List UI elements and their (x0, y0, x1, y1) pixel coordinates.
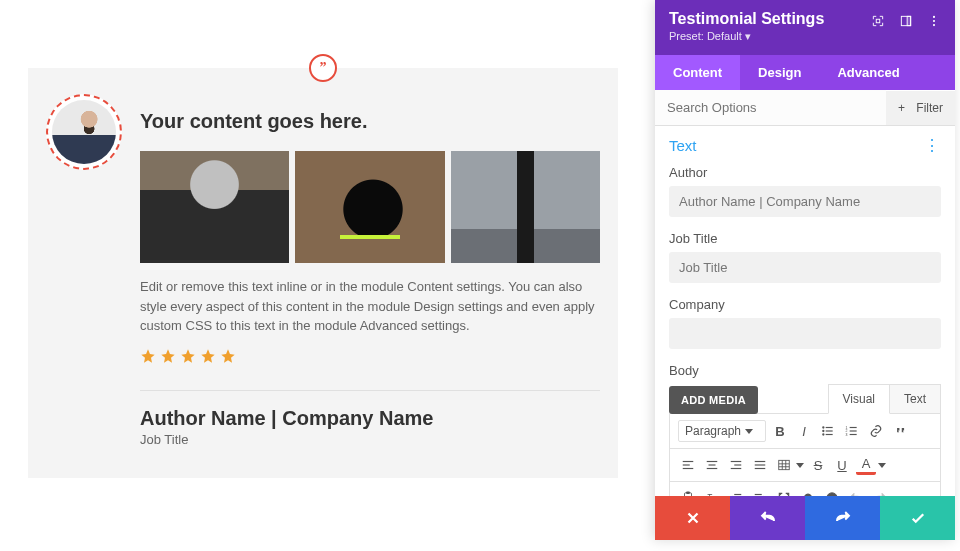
section-title[interactable]: Text (669, 137, 697, 154)
preset-dropdown[interactable]: Preset: Default ▾ (669, 30, 824, 43)
paste-button[interactable] (678, 488, 698, 496)
paragraph-select[interactable]: Paragraph (678, 420, 766, 442)
svg-rect-13 (850, 430, 857, 431)
align-center-button[interactable] (702, 455, 722, 475)
settings-panel: Testimonial Settings Preset: Default ▾ C… (655, 0, 955, 540)
job-title-text[interactable]: Job Title (140, 432, 600, 447)
blockquote-button[interactable] (890, 421, 910, 441)
svg-point-8 (822, 430, 824, 432)
gallery-image-1[interactable] (140, 151, 289, 263)
cancel-button[interactable] (655, 496, 730, 540)
redo-action-button[interactable] (805, 496, 880, 540)
svg-rect-30 (779, 460, 790, 469)
svg-rect-19 (683, 464, 690, 465)
svg-point-10 (822, 433, 824, 435)
svg-rect-25 (734, 464, 741, 465)
svg-rect-14 (850, 434, 857, 435)
table-dropdown-icon[interactable] (796, 463, 804, 468)
fullscreen-button[interactable] (774, 488, 794, 496)
tab-content[interactable]: Content (655, 55, 740, 90)
svg-rect-0 (876, 19, 880, 23)
panel-title: Testimonial Settings (669, 10, 824, 28)
svg-rect-26 (731, 468, 742, 469)
emoji-button[interactable] (822, 488, 842, 496)
editor-tab-text[interactable]: Text (890, 384, 941, 414)
undo-button[interactable] (846, 488, 866, 496)
table-button[interactable] (774, 455, 794, 475)
svg-text:3: 3 (846, 433, 848, 437)
svg-rect-29 (755, 468, 766, 469)
confirm-button[interactable] (880, 496, 955, 540)
redo-button[interactable] (870, 488, 890, 496)
testimonial-preview: ” Your content goes here. Edit or remove… (28, 68, 618, 478)
filter-button[interactable]: + Filter (886, 91, 955, 125)
editor-tab-visual[interactable]: Visual (828, 384, 890, 414)
svg-rect-24 (731, 461, 742, 462)
svg-point-3 (933, 16, 935, 18)
add-media-button[interactable]: ADD MEDIA (669, 386, 758, 414)
outdent-button[interactable] (726, 488, 746, 496)
svg-rect-11 (826, 434, 833, 435)
author-avatar[interactable] (46, 94, 122, 170)
svg-rect-42 (755, 494, 762, 495)
rich-text-editor: Paragraph B I 123 S U (669, 413, 941, 496)
svg-point-5 (933, 24, 935, 26)
job-input[interactable] (669, 252, 941, 283)
image-gallery (140, 151, 600, 263)
star-rating (140, 348, 600, 364)
avatar-image (52, 100, 116, 164)
search-input[interactable] (655, 90, 886, 125)
author-input[interactable] (669, 186, 941, 217)
link-button[interactable] (866, 421, 886, 441)
snap-icon[interactable] (899, 14, 913, 28)
section-more-icon[interactable]: ⋮ (924, 136, 941, 155)
text-color-dropdown-icon[interactable] (878, 463, 886, 468)
underline-button[interactable]: U (832, 455, 852, 475)
svg-rect-20 (683, 468, 694, 469)
bullet-list-button[interactable] (818, 421, 838, 441)
testimonial-description[interactable]: Edit or remove this text inline or in th… (140, 277, 600, 336)
tab-advanced[interactable]: Advanced (819, 55, 917, 90)
gallery-image-2[interactable] (295, 151, 444, 263)
svg-rect-7 (826, 427, 833, 428)
tab-design[interactable]: Design (740, 55, 819, 90)
number-list-button[interactable]: 123 (842, 421, 862, 441)
testimonial-heading[interactable]: Your content goes here. (140, 110, 600, 133)
indent-button[interactable] (750, 488, 770, 496)
text-color-button[interactable]: A (856, 455, 876, 475)
svg-rect-28 (755, 464, 766, 465)
quote-icon: ” (309, 54, 337, 82)
undo-action-button[interactable] (730, 496, 805, 540)
svg-rect-18 (683, 461, 694, 462)
gallery-image-3[interactable] (451, 151, 600, 263)
search-row: + Filter (655, 90, 955, 126)
svg-rect-23 (707, 468, 718, 469)
bold-button[interactable]: B (770, 421, 790, 441)
svg-point-4 (933, 20, 935, 22)
align-justify-button[interactable] (750, 455, 770, 475)
strikethrough-button[interactable]: S (808, 455, 828, 475)
svg-rect-21 (707, 461, 718, 462)
svg-rect-27 (755, 461, 766, 462)
author-field-label: Author (669, 165, 941, 180)
svg-rect-9 (826, 430, 833, 431)
svg-rect-36 (686, 492, 690, 494)
divider (140, 390, 600, 391)
svg-point-6 (822, 426, 824, 428)
job-field-label: Job Title (669, 231, 941, 246)
company-input[interactable] (669, 318, 941, 349)
italic-button[interactable]: I (794, 421, 814, 441)
svg-rect-12 (850, 427, 857, 428)
special-char-button[interactable] (798, 488, 818, 496)
align-right-button[interactable] (726, 455, 746, 475)
body-field-label: Body (669, 363, 941, 378)
panel-tabs: Content Design Advanced (655, 55, 955, 90)
author-name[interactable]: Author Name | Company Name (140, 407, 600, 430)
focus-icon[interactable] (871, 14, 885, 28)
svg-rect-22 (709, 464, 716, 465)
svg-rect-39 (734, 494, 741, 495)
svg-rect-2 (907, 16, 911, 25)
align-left-button[interactable] (678, 455, 698, 475)
more-icon[interactable] (927, 14, 941, 28)
clear-format-button[interactable]: T (702, 488, 722, 496)
